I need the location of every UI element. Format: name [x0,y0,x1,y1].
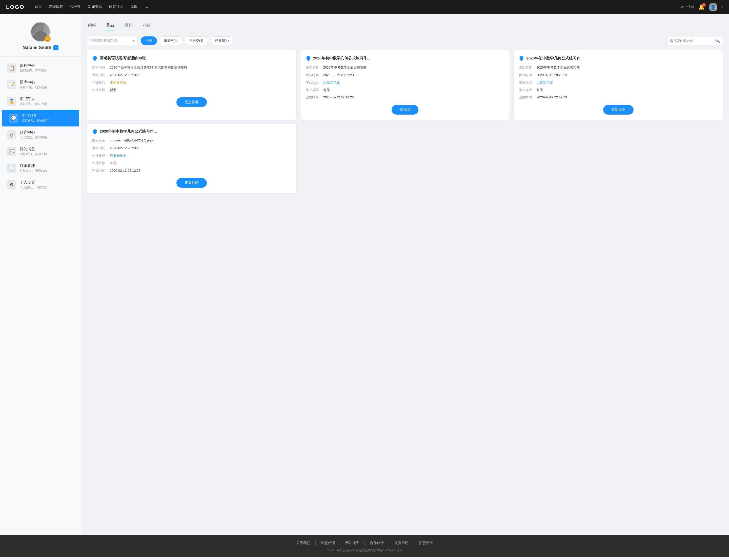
account-icon: ◇ [7,130,16,139]
filter-all-button[interactable]: 全部 [141,36,157,45]
nav-qa[interactable]: 问答社区 [109,5,123,10]
nav-more-icon[interactable]: ··· [144,5,148,10]
question-bank-icon: 📝 [7,80,16,89]
sidebar-item-text-settings: 个人设置 个人信息、一键管理 [20,180,47,190]
cards-grid: 高考英语试卷阅读理解30张 课次名称 2020年高考英语全面过关攻略-第六期零基… [87,50,723,193]
avatar[interactable]: 👤 [709,3,717,11]
sidebar-item-desc-orders: 订单支出、明明白白 [20,169,47,173]
sidebar-item-course-center[interactable]: 📋 课程中心 精彩课程、不容错过 [0,60,81,76]
nav-opencourse[interactable]: 公开课 [70,5,81,10]
card2-title: 2020年初中数学几何公式练习作... [305,55,505,61]
sidebar: 🏆 Natalie Smith 📋 课程中心 精彩课程、不容错过 📝 题库中心 [0,14,81,535]
chevron-down-icon[interactable]: ▾ [721,5,723,9]
search-input[interactable] [670,39,715,43]
card4-complete-row: 完成时间 2020-02-12 22:12:23 [92,168,291,173]
card3-complete-row: 完成时间 2020-02-12 22:12:23 [519,95,718,100]
sidebar-item-messages[interactable]: 💬 我的消息 消息通知、及时了解 [0,143,81,160]
sidebar-item-title-orders: 订单管理 [20,163,47,168]
card1-course-value: 2020年高考英语全面过关攻略-第六期零基础语法攻略 [110,65,291,70]
card4-score-value: 88分 [110,161,291,166]
card3-title: 2020年初中数学几何公式练习作... [519,55,718,61]
course-center-icon: 📋 [7,63,16,73]
course-select[interactable]: 请选择课程/课程包 ▾ [87,36,138,45]
avatar-wrap: 🏆 [30,22,51,42]
filter-reviewed-button[interactable]: 已批阅(4) [210,36,234,45]
learning-qa-icon: 💬 [9,114,18,123]
page-wrapper: 🏆 Natalie Smith 📋 课程中心 精彩课程、不容错过 📝 题库中心 [0,14,729,535]
card2-complete-row: 完成时间 2020-02-12 22:12:23 [305,95,505,100]
sidebar-item-text-qb: 题库中心 海量习题、助力通关 [20,80,47,90]
footer-link-disclaimer[interactable]: 免费声明 [389,541,414,545]
sidebar-item-desc-account: 个人权益、实时掌握 [20,135,47,140]
footer-link-recruit[interactable]: 招贤纳士 [414,541,438,545]
sidebar-menu: 📋 课程中心 精彩课程、不容错过 📝 题库中心 海量习题、助力通关 🏅 证书荣誉… [0,57,81,196]
card1-title: 高考英语试卷阅读理解30张 [92,55,291,61]
sidebar-item-certificate[interactable]: 🏅 证书荣誉 收获荣誉、持证上岗 [0,93,81,110]
notification-bell[interactable]: 🔔 1 [698,4,705,10]
nav-discover[interactable]: 发现课程 [49,5,63,10]
filter-unsubmit-button[interactable]: 未提交(4) [159,36,182,45]
nav-download-button[interactable]: APP下载 [681,5,694,9]
card3-resubmit-button[interactable]: 重新提交 [603,105,634,115]
sidebar-item-desc-qa: 课后重温、疑难解答 [22,119,49,123]
nav-links: 首页 发现课程 公开课 新闻资讯 问答社区 题库 ··· [35,5,681,10]
tab-qa[interactable]: 问答 [87,20,97,31]
nav-news[interactable]: 新闻资讯 [88,5,102,10]
card3-score-value: 暂无 [536,88,718,93]
sidebar-item-question-bank[interactable]: 📝 题库中心 海量习题、助力通关 [0,76,81,93]
bell-badge: 1 [702,3,706,7]
card1-status-value: 未提交作业 [110,80,291,85]
sidebar-item-orders[interactable]: 📄 订单管理 订单支出、明明白白 [0,160,81,177]
sidebar-item-account[interactable]: ◇ 账户中心 个人权益、实时掌握 [0,126,81,143]
profile-section: 🏆 Natalie Smith [0,22,81,57]
card1-course-row: 课次名称 2020年高考英语全面过关攻略-第六期零基础语法攻略 [92,65,291,70]
footer-link-partner[interactable]: 合作伙伴 [365,541,389,545]
sidebar-item-desc-settings: 个人信息、一键管理 [20,185,47,190]
sidebar-item-desc-qb: 海量习题、助力通关 [20,85,47,90]
filter-submitted-button[interactable]: 已提交(4) [184,36,208,45]
card4-btn-row: 查看批阅 [92,178,291,188]
nav-questionbank[interactable]: 题库 [130,5,137,10]
profile-card-icon[interactable] [53,45,58,50]
sidebar-item-desc-course: 精彩课程、不容错过 [20,69,47,73]
tab-group[interactable]: 小组 [142,20,152,31]
nav-right: APP下载 🔔 1 👤 ▾ [681,3,723,11]
sidebar-item-title-qa: 学习问答 [22,113,49,118]
footer-link-about[interactable]: 关于我们 [291,541,316,545]
tab-material[interactable]: 资料 [123,20,134,31]
sidebar-item-desc-msg: 消息通知、及时了解 [20,152,47,156]
sidebar-item-title-cert: 证书荣誉 [20,97,47,101]
card4-score-row: 作业成绩 88分 [92,161,291,166]
sidebar-item-title-qb: 题库中心 [20,80,47,85]
nav-home[interactable]: 首页 [35,5,42,10]
card2-btn-row: 待批阅 [305,105,505,115]
sidebar-item-text-account: 账户中心 个人权益、实时掌握 [20,130,47,140]
homework-card-2: 2020年初中数学几何公式练习作... 课次名称 2020年中考数学全面过关攻略… [300,50,510,120]
card4-status-row: 作业状态 已批阅作业 [92,153,291,158]
card2-pending-button[interactable]: 待批阅 [392,105,419,115]
card4-publish-row: 发布时间 2020-02-12 20:23:23 [92,146,291,151]
search-bar[interactable]: 🔍 [667,37,723,45]
card1-score-value: 暂无 [110,88,291,93]
search-icon: 🔍 [715,38,720,43]
card1-btn-row: 提交作业 [92,97,291,107]
footer-link-franchise[interactable]: 加盟代理 [316,541,340,545]
shield-icon [305,55,311,61]
card3-btn-row: 重新提交 [519,105,718,115]
card3-publish-value: 2020-02-12 20:23:23 [536,73,718,78]
shield-icon [92,55,98,61]
card2-score-row: 作业成绩 暂无 [305,88,505,93]
sidebar-item-learning-qa[interactable]: 💬 学习问答 课后重温、疑难解答 • [2,110,79,126]
card3-course-row: 课次名称 2020年中考数学全面过关攻略 [519,65,718,70]
sidebar-item-settings[interactable]: ⚙ 个人设置 个人信息、一键管理 [0,177,81,193]
sidebar-item-title-settings: 个人设置 [20,180,47,185]
card4-complete-value: 2020-02-12 22:12:23 [110,168,291,173]
card2-status-value: 已提交作业 [323,80,505,85]
tab-homework[interactable]: 作业 [105,20,115,31]
filter-row: 请选择课程/课程包 ▾ 全部 未提交(4) 已提交(4) 已批阅(4) 🔍 [87,36,723,45]
course-select-placeholder: 请选择课程/课程包 [90,38,118,43]
footer-link-sitemap[interactable]: 网站地图 [340,541,365,545]
card1-submit-button[interactable]: 提交作业 [176,97,207,107]
card4-view-button[interactable]: 查看批阅 [176,178,207,188]
shield-icon [92,129,98,134]
